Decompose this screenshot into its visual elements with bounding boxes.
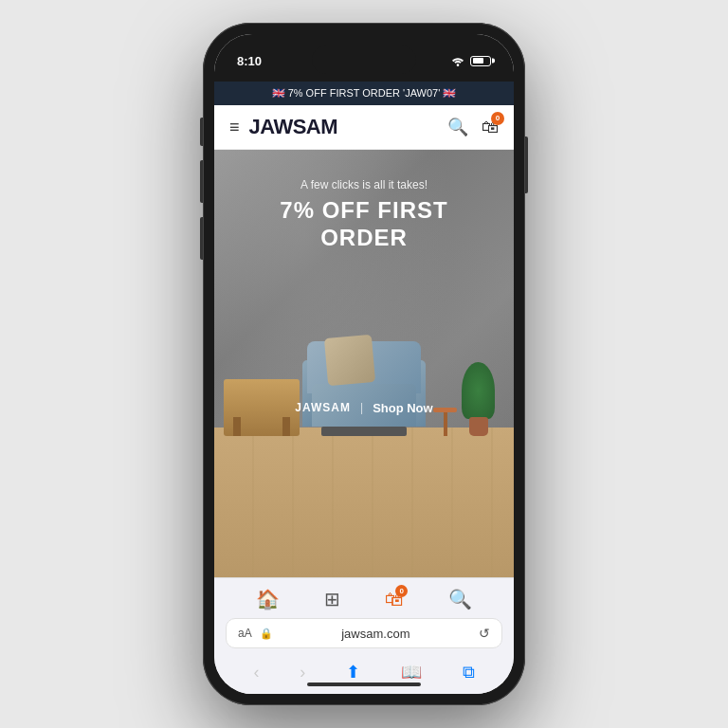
wifi-icon bbox=[450, 55, 465, 66]
share-button[interactable]: ⬆ bbox=[346, 662, 360, 682]
battery-icon bbox=[470, 56, 491, 66]
volume-down-button bbox=[200, 217, 203, 260]
hero-title: 7% OFF FIRST ORDER bbox=[233, 197, 495, 252]
browser-nav: ‹ › ⬆ 📖 ⧉ bbox=[214, 656, 514, 694]
dynamic-island bbox=[312, 46, 416, 74]
menu-icon[interactable]: ≡ bbox=[229, 118, 240, 137]
side-table-leg bbox=[444, 412, 447, 436]
reload-icon[interactable]: ↺ bbox=[479, 626, 490, 641]
status-indicators bbox=[450, 55, 491, 66]
shop-now-button[interactable]: Shop Now bbox=[373, 401, 433, 415]
chair-legs bbox=[321, 427, 407, 436]
plant-right bbox=[462, 360, 495, 436]
tabs-button[interactable]: ⧉ bbox=[463, 663, 475, 682]
bookmarks-button[interactable]: 📖 bbox=[401, 662, 422, 682]
hero-divider: | bbox=[360, 401, 363, 414]
chair-cushion bbox=[324, 335, 375, 386]
volume-up-button bbox=[200, 160, 203, 203]
plant-pot bbox=[469, 417, 488, 436]
hero-text: A few clicks is all it takes! 7% OFF FIR… bbox=[233, 178, 495, 252]
browser-grid-tab[interactable]: ⊞ bbox=[324, 588, 340, 610]
browser-home-tab[interactable]: 🏠 bbox=[256, 588, 280, 610]
armchair bbox=[302, 341, 426, 436]
forward-button[interactable]: › bbox=[300, 663, 305, 682]
mute-button bbox=[200, 118, 203, 146]
hero-floor bbox=[214, 428, 514, 577]
home-indicator bbox=[307, 682, 421, 686]
nav-icons: 🔍 🛍 0 bbox=[447, 117, 499, 137]
promo-banner: 🇬🇧 7% OFF FIRST ORDER 'JAW07' 🇬🇧 bbox=[214, 82, 514, 105]
lock-icon: 🔒 bbox=[260, 628, 273, 640]
search-icon[interactable]: 🔍 bbox=[447, 117, 468, 137]
svg-point-0 bbox=[457, 64, 460, 66]
hero-section: A few clicks is all it takes! 7% OFF FIR… bbox=[214, 150, 514, 577]
nav-bar: ≡ JAWSAM 🔍 🛍 0 bbox=[214, 105, 514, 150]
hero-cta: JAWSAM | Shop Now bbox=[214, 401, 514, 415]
clock: 8:10 bbox=[237, 54, 262, 68]
browser-share-tab[interactable]: 🛍 0 bbox=[385, 589, 404, 610]
back-button[interactable]: ‹ bbox=[253, 663, 259, 682]
cart-icon[interactable]: 🛍 0 bbox=[482, 118, 499, 137]
phone-frame: 8:10 🇬🇧 7% OFF FIRST ORDER 'JAW07' 🇬🇧 ≡ … bbox=[203, 23, 525, 705]
cart-badge: 0 bbox=[491, 112, 504, 125]
browser-bar: 🏠 ⊞ 🛍 0 🔍 aA 🔒 jawsam.com ↺ ‹ › ⬆ 📖 ⧉ bbox=[214, 577, 514, 694]
hero-subtitle: A few clicks is all it takes! bbox=[233, 178, 495, 191]
browser-cart-badge: 0 bbox=[395, 585, 408, 597]
url-domain[interactable]: jawsam.com bbox=[281, 627, 471, 641]
text-size-control[interactable]: aA bbox=[238, 627, 252, 640]
logo: JAWSAM bbox=[249, 115, 438, 139]
hero-brand-label: JAWSAM bbox=[295, 401, 351, 414]
browser-search-tab[interactable]: 🔍 bbox=[448, 588, 472, 610]
power-button bbox=[525, 136, 528, 193]
url-bar[interactable]: aA 🔒 jawsam.com ↺ bbox=[226, 618, 502, 648]
phone-screen: 8:10 🇬🇧 7% OFF FIRST ORDER 'JAW07' 🇬🇧 ≡ … bbox=[214, 34, 514, 694]
browser-tabs: 🏠 ⊞ 🛍 0 🔍 bbox=[214, 577, 514, 618]
